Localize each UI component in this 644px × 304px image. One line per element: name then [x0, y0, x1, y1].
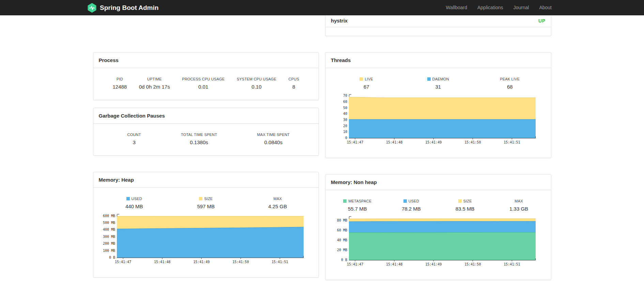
svg-text:500 MB: 500 MB	[103, 221, 115, 225]
svg-text:15:41:47: 15:41:47	[347, 140, 363, 144]
legend-swatch-metaspace	[343, 199, 347, 203]
heap-metrics: USED 440 MB SIZE 597 MB MAX 4.25 GB	[98, 197, 314, 209]
process-metrics: PID 12488 UPTIME 0d 0h 2m 17s PROCESS CP…	[98, 77, 314, 90]
legend-swatch-nonheap-used	[403, 199, 407, 203]
svg-text:15:41:51: 15:41:51	[272, 260, 288, 264]
svg-text:0: 0	[345, 136, 347, 140]
navbar: Spring Boot Admin Wallboard Applications…	[0, 0, 644, 15]
brand-link[interactable]: Spring Boot Admin	[87, 3, 158, 13]
metric-gc-max-time: MAX TIME SPENT 0.0840s	[257, 133, 290, 145]
legend-swatch-live	[359, 77, 363, 81]
svg-text:15:41:48: 15:41:48	[386, 140, 402, 144]
heap-memory-chart: 0 B100 MB200 MB300 MB400 MB500 MB600 MB1…	[100, 212, 307, 266]
svg-text:15:41:48: 15:41:48	[386, 262, 402, 266]
metric-threads-peak-live: PEAK LIVE 68	[474, 77, 546, 90]
threads-metrics: LIVE 67 DAEMON 31 PEAK LIVE 68	[331, 77, 546, 90]
metric-heap-size: SIZE 597 MB	[170, 197, 242, 209]
threads-panel-title: Threads	[325, 52, 551, 68]
legend-swatch-daemon	[427, 77, 431, 81]
metric-heap-max: MAX 4.25 GB	[242, 197, 314, 209]
right-column: hystrix UP Threads LIVE 67	[325, 15, 551, 280]
nav-item-about[interactable]: About	[534, 0, 557, 15]
svg-text:80 MB: 80 MB	[337, 218, 347, 222]
nav-item-applications[interactable]: Applications	[472, 0, 508, 15]
svg-text:40 MB: 40 MB	[337, 238, 347, 242]
metric-heap-used: USED 440 MB	[98, 197, 170, 209]
svg-text:600 MB: 600 MB	[103, 214, 115, 218]
metric-threads-live: LIVE 67	[331, 77, 402, 90]
svg-text:15:41:47: 15:41:47	[114, 260, 131, 264]
svg-text:15:41:48: 15:41:48	[154, 260, 170, 264]
svg-text:15:41:50: 15:41:50	[464, 140, 481, 144]
svg-text:15:41:49: 15:41:49	[193, 260, 210, 264]
metric-uptime: UPTIME 0d 0h 2m 17s	[139, 77, 170, 90]
metric-nonheap-size: SIZE 83.5 MB	[438, 199, 492, 212]
services-panel-padding	[325, 27, 551, 36]
spring-boot-admin-logo-icon	[87, 3, 97, 13]
svg-text:15:41:50: 15:41:50	[464, 262, 481, 266]
heap-panel: Memory: Heap USED 440 MB SIZE	[93, 172, 319, 278]
services-panel: hystrix UP	[325, 15, 551, 36]
svg-text:70: 70	[343, 94, 347, 97]
svg-text:15:41:50: 15:41:50	[232, 260, 249, 264]
service-row-hystrix: hystrix UP	[325, 15, 551, 27]
nonheap-memory-chart: 0 B20 MB40 MB60 MB80 MB15:41:4715:41:481…	[332, 214, 539, 268]
metric-cpus: CPUS 8	[289, 77, 299, 90]
svg-text:60: 60	[343, 100, 347, 104]
svg-text:15:41:51: 15:41:51	[504, 140, 520, 144]
threads-chart: 01020304050607015:41:4715:41:4815:41:491…	[332, 92, 539, 146]
svg-text:15:41:47: 15:41:47	[347, 262, 363, 266]
svg-text:200 MB: 200 MB	[103, 242, 115, 245]
svg-text:20: 20	[343, 124, 347, 128]
nonheap-chart-wrap: 0 B20 MB40 MB60 MB80 MB15:41:4715:41:481…	[331, 214, 546, 270]
svg-text:15:41:51: 15:41:51	[504, 262, 520, 266]
svg-text:10: 10	[343, 130, 347, 134]
metric-pid: PID 12488	[113, 77, 127, 90]
nonheap-panel-title: Memory: Non heap	[325, 174, 551, 190]
svg-text:15:41:49: 15:41:49	[425, 262, 442, 266]
svg-text:100 MB: 100 MB	[103, 249, 115, 253]
svg-text:0 B: 0 B	[109, 256, 115, 259]
svg-text:300 MB: 300 MB	[103, 235, 115, 239]
main-content: Process PID 12488 UPTIME 0d 0h 2m 17s PR…	[93, 15, 551, 280]
threads-panel: Threads LIVE 67 DAEMON	[325, 52, 551, 158]
nonheap-panel-body: METASPACE 55.7 MB USED 78.2 MB	[325, 190, 551, 280]
heap-chart-wrap: 0 B100 MB200 MB300 MB400 MB500 MB600 MB1…	[98, 212, 314, 267]
metric-nonheap-max: MAX 1.33 GB	[492, 199, 546, 212]
svg-text:60 MB: 60 MB	[337, 228, 347, 232]
gc-panel-title: Garbage Collection Pauses	[93, 108, 319, 124]
svg-text:40: 40	[343, 112, 347, 116]
svg-text:20 MB: 20 MB	[337, 248, 347, 252]
brand-title: Spring Boot Admin	[100, 4, 158, 12]
svg-text:15:41:49: 15:41:49	[425, 140, 442, 144]
heap-panel-title: Memory: Heap	[93, 172, 319, 188]
process-panel-body: PID 12488 UPTIME 0d 0h 2m 17s PROCESS CP…	[93, 68, 319, 100]
svg-text:30: 30	[343, 118, 347, 122]
metric-gc-total-time: TOTAL TIME SPENT 0.1380s	[181, 133, 217, 145]
threads-panel-body: LIVE 67 DAEMON 31 PEAK LIVE 68	[325, 68, 551, 158]
metric-nonheap-used: USED 78.2 MB	[384, 199, 438, 212]
left-column: Process PID 12488 UPTIME 0d 0h 2m 17s PR…	[93, 15, 319, 278]
svg-text:0 B: 0 B	[341, 258, 347, 262]
heap-panel-body: USED 440 MB SIZE 597 MB MAX 4.25 GB	[93, 188, 319, 277]
legend-swatch-nonheap-size	[458, 199, 462, 203]
nav-links: Wallboard Applications Journal About	[441, 0, 557, 15]
metric-process-cpu: PROCESS CPU USAGE 0.01	[182, 77, 225, 90]
metric-nonheap-metaspace: METASPACE 55.7 MB	[331, 199, 384, 212]
legend-swatch-used	[126, 197, 130, 200]
service-name-link[interactable]: hystrix	[331, 18, 348, 24]
svg-text:400 MB: 400 MB	[103, 228, 115, 231]
metric-system-cpu: SYSTEM CPU USAGE 0.10	[237, 77, 276, 90]
metric-gc-count: COUNT 3	[127, 133, 141, 145]
process-panel-title: Process	[93, 52, 319, 68]
legend-swatch-size	[199, 197, 202, 200]
nav-item-journal[interactable]: Journal	[508, 0, 534, 15]
nav-item-wallboard[interactable]: Wallboard	[441, 0, 472, 15]
navbar-inner: Spring Boot Admin Wallboard Applications…	[87, 0, 557, 15]
nonheap-metrics: METASPACE 55.7 MB USED 78.2 MB	[331, 199, 546, 212]
threads-chart-wrap: 01020304050607015:41:4715:41:4815:41:491…	[331, 92, 546, 148]
metric-threads-daemon: DAEMON 31	[402, 77, 474, 90]
svg-text:50: 50	[343, 106, 347, 110]
service-status-badge: UP	[538, 18, 545, 24]
process-panel: Process PID 12488 UPTIME 0d 0h 2m 17s PR…	[93, 52, 319, 100]
